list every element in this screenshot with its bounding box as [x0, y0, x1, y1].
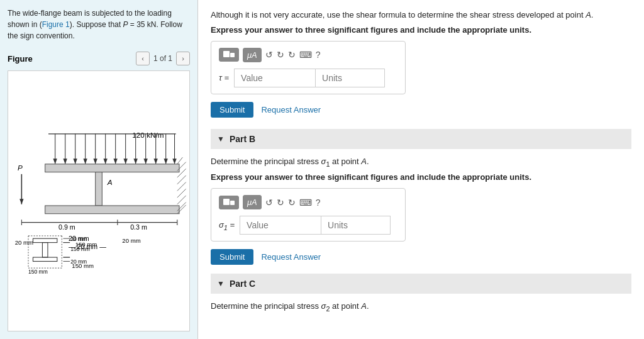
svg-text:20 mm: 20 mm [70, 236, 87, 243]
svg-marker-16 [63, 158, 67, 164]
left-panel: The wide-flange beam is subjected to the… [0, 0, 198, 339]
sigma1-input-row: σ1 = [219, 216, 397, 235]
svg-text:150 mm: 150 mm [28, 269, 48, 275]
svg-line-34 [177, 157, 183, 164]
part-c-header[interactable]: ▼ Part C [211, 274, 631, 294]
part-b-desc: Determine the principal stress σ1 at poi… [211, 155, 631, 169]
figure-canvas: 120 kN/m [8, 70, 190, 331]
figure-next-button[interactable]: › [176, 52, 190, 65]
tau-eq-label: τ = [219, 73, 229, 82]
part-c-desc: Determine the principal stress σ2 at poi… [211, 300, 631, 314]
format-squares-icon [223, 50, 235, 59]
mu-button[interactable]: μA [243, 48, 262, 62]
help-button[interactable]: ? [316, 50, 321, 60]
svg-marker-19 [93, 158, 97, 164]
redo-button-b[interactable]: ↻ [277, 197, 284, 208]
figure-navigation: ‹ 1 of 1 › [136, 52, 190, 65]
sigma1-units-input[interactable] [321, 216, 391, 235]
help-button-b[interactable]: ? [316, 197, 321, 208]
svg-line-38 [177, 182, 186, 191]
figure-section: Figure ‹ 1 of 1 › 120 kN/m [8, 52, 190, 331]
keyboard-button-b[interactable]: ⌨ [299, 197, 312, 208]
svg-rect-63 [33, 257, 57, 261]
part-c-arrow-icon: ▼ [217, 279, 225, 288]
svg-marker-24 [143, 158, 147, 164]
figure-count: 1 of 1 [153, 54, 172, 63]
refresh-button[interactable]: ↻ [288, 50, 296, 60]
svg-marker-18 [83, 158, 87, 164]
svg-text:P: P [18, 164, 23, 172]
svg-rect-31 [45, 164, 179, 172]
part-c-section: ▼ Part C Determine the principal stress … [211, 274, 631, 314]
svg-text:0.9 m: 0.9 m [58, 223, 75, 231]
svg-text:0.3 m: 0.3 m [130, 223, 147, 231]
svg-marker-30 [19, 199, 23, 204]
svg-rect-33 [45, 206, 179, 214]
svg-rect-32 [96, 172, 103, 206]
tau-input-row: τ = [219, 69, 397, 87]
svg-marker-27 [172, 158, 176, 164]
tau-value-input[interactable] [234, 69, 316, 87]
svg-text:150 mm: 150 mm [70, 247, 90, 253]
part-b-section: ▼ Part B Determine the principal stress … [211, 129, 631, 265]
toolbar-sigma1: μA ↺ ↻ ↻ ⌨ ? [219, 195, 397, 209]
svg-text:120 kN/m: 120 kN/m [132, 131, 164, 139]
sigma1-request-answer-link[interactable]: Request Answer [261, 252, 321, 262]
mu-button-b[interactable]: μA [243, 195, 262, 209]
part-b-label: Part B [230, 134, 255, 144]
svg-line-40 [177, 196, 186, 204]
svg-marker-20 [103, 158, 107, 164]
figure-header: Figure ‹ 1 of 1 › [8, 52, 190, 65]
svg-marker-15 [53, 158, 57, 164]
keyboard-button[interactable]: ⌨ [299, 50, 312, 60]
sigma1-value-input[interactable] [240, 216, 321, 235]
format-button-b[interactable] [219, 196, 239, 209]
part-c-label: Part C [230, 279, 255, 289]
figure-link[interactable]: Figure 1 [42, 20, 70, 29]
sigma1-submit-button[interactable]: Submit [211, 249, 253, 265]
right-panel: Although it is not very accurate, use th… [198, 0, 644, 339]
part-b-arrow-icon: ▼ [217, 135, 225, 143]
format-squares-icon-b [223, 198, 235, 207]
svg-text:20 mm: 20 mm [15, 239, 33, 246]
svg-marker-21 [113, 158, 117, 164]
svg-text:20 mm: 20 mm [70, 258, 87, 265]
mu-icon-b: μA [247, 197, 257, 207]
svg-text:20 mm: 20 mm [122, 237, 140, 244]
intro-text: Although it is not very accurate, use th… [211, 9, 631, 21]
part-a-instruction: Express your answer to three significant… [211, 25, 631, 35]
undo-button[interactable]: ↺ [265, 50, 273, 60]
problem-description: The wide-flange beam is subjected to the… [8, 8, 190, 42]
tau-units-input[interactable] [316, 69, 385, 87]
part-b-header[interactable]: ▼ Part B [211, 129, 631, 149]
tau-answer-box: μA ↺ ↻ ↻ ⌨ ? τ = [211, 41, 406, 94]
part-b-instruction: Express your answer to three significant… [211, 172, 631, 182]
format-button[interactable] [219, 48, 239, 62]
svg-text:A: A [107, 178, 113, 186]
redo-button[interactable]: ↻ [277, 50, 284, 60]
undo-button-b[interactable]: ↺ [265, 197, 273, 208]
tau-submit-button[interactable]: Submit [211, 102, 253, 118]
sigma1-eq-label: σ1 = [219, 220, 235, 231]
tau-action-row: Submit Request Answer [211, 102, 631, 118]
svg-line-37 [177, 175, 186, 184]
tau-request-answer-link[interactable]: Request Answer [261, 105, 321, 114]
figure-prev-button[interactable]: ‹ [136, 52, 150, 65]
toolbar-tau: μA ↺ ↻ ↻ ⌨ ? [219, 48, 397, 62]
refresh-button-b[interactable]: ↻ [288, 197, 296, 208]
sigma1-action-row: Submit Request Answer [211, 249, 631, 265]
svg-marker-17 [73, 158, 77, 164]
svg-marker-26 [164, 158, 167, 164]
beam-diagram: 120 kN/m [8, 71, 189, 331]
svg-marker-22 [123, 158, 127, 164]
svg-rect-62 [42, 243, 48, 257]
figure-title: Figure [8, 54, 33, 64]
mu-icon: μA [247, 50, 257, 60]
svg-marker-23 [133, 158, 137, 164]
svg-marker-25 [153, 158, 157, 164]
sigma1-answer-box: μA ↺ ↻ ↻ ⌨ ? σ1 = [211, 188, 406, 242]
svg-line-39 [177, 189, 186, 197]
svg-rect-61 [33, 238, 57, 242]
